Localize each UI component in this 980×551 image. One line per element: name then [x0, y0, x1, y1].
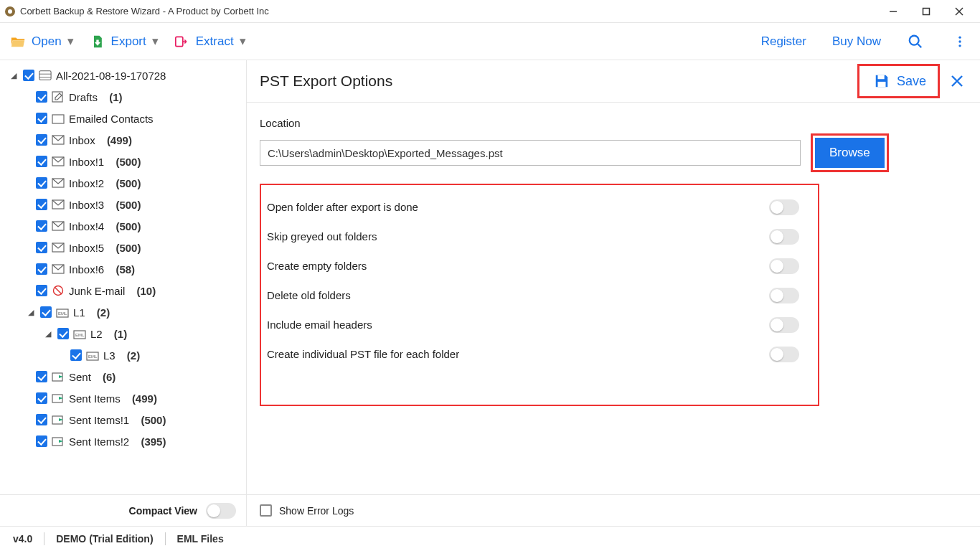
tree-node[interactable]: Inbox!6 (58): [0, 258, 246, 280]
folder-tree[interactable]: ◢ All-2021-08-19-170728 Drafts (1) Email…: [0, 60, 246, 494]
maximize-button[interactable]: [910, 0, 943, 23]
node-checkbox[interactable]: [70, 349, 82, 361]
tree-node[interactable]: Drafts (1): [0, 86, 246, 108]
buy-now-link[interactable]: Buy Now: [832, 34, 881, 49]
node-checkbox[interactable]: [36, 263, 47, 275]
envelope-icon: [52, 242, 65, 253]
node-checkbox[interactable]: [36, 220, 47, 232]
save-button[interactable]: Save: [864, 69, 936, 93]
svg-rect-12: [39, 71, 51, 80]
option-toggle[interactable]: [769, 258, 799, 274]
caret-down-icon: ▾: [67, 34, 74, 49]
caret-down-icon: ▾: [240, 34, 246, 49]
export-menu-button[interactable]: Export ▾: [90, 34, 159, 50]
node-checkbox[interactable]: [36, 156, 47, 167]
node-checkbox[interactable]: [57, 328, 69, 339]
envelope-icon: [52, 220, 65, 232]
svg-rect-3: [923, 8, 930, 14]
option-label: Open folder after export is done: [267, 201, 769, 213]
tree-node-l2[interactable]: ◢EMLL2 (1): [0, 323, 246, 344]
node-checkbox[interactable]: [36, 91, 47, 103]
show-errors-checkbox[interactable]: [260, 504, 272, 517]
register-link[interactable]: Register: [761, 34, 806, 49]
status-bar: v4.0 DEMO (Trial Edition) EML Files: [0, 526, 980, 551]
node-checkbox[interactable]: [36, 113, 47, 124]
save-label: Save: [897, 74, 926, 89]
node-count: (499): [107, 134, 132, 146]
svg-point-10: [958, 40, 961, 42]
compact-view-toggle[interactable]: [206, 503, 236, 519]
options-highlight-box: Open folder after export is done Skip gr…: [260, 184, 819, 406]
node-checkbox[interactable]: [36, 242, 47, 253]
more-menu-button[interactable]: [950, 32, 970, 52]
tree-node[interactable]: Junk E-mail (10): [0, 280, 246, 301]
node-checkbox[interactable]: [23, 70, 34, 81]
open-label: Open: [32, 34, 62, 49]
node-checkbox[interactable]: [36, 414, 47, 425]
tree-node[interactable]: Sent (6): [0, 366, 246, 387]
option-row: Create individual PST file for each fold…: [267, 339, 812, 369]
envelope-icon: [52, 177, 65, 189]
collapse-arrow-icon[interactable]: ◢: [26, 308, 36, 317]
tree-node[interactable]: Emailed Contacts: [0, 108, 246, 129]
close-button[interactable]: [943, 0, 976, 23]
node-checkbox[interactable]: [36, 134, 47, 146]
node-label: Sent: [69, 371, 91, 383]
option-toggle[interactable]: [769, 317, 799, 333]
option-row: Open folder after export is done: [267, 192, 812, 222]
node-checkbox[interactable]: [36, 371, 47, 382]
sent-icon: [52, 435, 65, 447]
node-label: Inbox!2: [69, 177, 104, 189]
minimize-button[interactable]: [877, 0, 910, 23]
sent-icon: [52, 371, 65, 382]
option-toggle[interactable]: [769, 229, 799, 245]
browse-button[interactable]: Browse: [815, 138, 885, 168]
draft-icon: [52, 91, 65, 103]
node-label: Sent Items: [69, 392, 121, 405]
search-button[interactable]: [905, 32, 925, 52]
option-toggle[interactable]: [769, 347, 799, 362]
app-icon: [4, 6, 16, 17]
node-checkbox[interactable]: [36, 199, 47, 210]
node-count: (500): [116, 156, 141, 168]
tree-node[interactable]: Inbox!4 (500): [0, 215, 246, 237]
show-errors-label: Show Error Logs: [279, 505, 354, 517]
node-checkbox[interactable]: [36, 392, 47, 404]
node-count: (1): [109, 91, 122, 103]
tree-node[interactable]: Inbox (499): [0, 129, 246, 151]
node-checkbox[interactable]: [36, 285, 47, 296]
extract-menu-button[interactable]: Extract ▾: [174, 34, 246, 50]
status-format: EML Files: [177, 533, 224, 545]
status-edition: DEMO (Trial Edition): [56, 533, 153, 545]
tree-node-l1[interactable]: ◢EMLL1 (2): [0, 301, 246, 323]
content-panel: PST Export Options Save Location Browse …: [247, 60, 980, 526]
node-label: Inbox: [69, 134, 95, 146]
tree-node[interactable]: Inbox!1 (500): [0, 151, 246, 172]
tree-node-root[interactable]: ◢ All-2021-08-19-170728: [0, 65, 246, 86]
tree-node-l3[interactable]: EMLL3 (2): [0, 344, 246, 366]
tree-node[interactable]: Inbox!2 (500): [0, 172, 246, 194]
option-toggle[interactable]: [769, 199, 799, 215]
collapse-arrow-icon[interactable]: ◢: [9, 71, 19, 80]
node-checkbox[interactable]: [36, 435, 47, 447]
open-menu-button[interactable]: Open ▾: [10, 34, 74, 50]
node-checkbox[interactable]: [36, 177, 47, 189]
tree-node[interactable]: Sent Items!1 (500): [0, 409, 246, 430]
tree-node[interactable]: Inbox!3 (500): [0, 194, 246, 215]
option-label: Skip greyed out folders: [267, 230, 769, 242]
browse-highlight-box: Browse: [811, 133, 889, 172]
compact-view-label: Compact View: [129, 505, 197, 517]
tree-node[interactable]: Sent Items!2 (395): [0, 430, 246, 452]
option-toggle[interactable]: [769, 288, 799, 303]
close-panel-button[interactable]: [947, 71, 967, 91]
titlebar: Corbett Backup & Restore Wizard - A Prod…: [0, 0, 980, 23]
save-icon: [874, 73, 890, 89]
svg-point-7: [910, 35, 919, 44]
option-label: Create individual PST file for each fold…: [267, 348, 769, 360]
panel-body: Location Browse Open folder after export…: [247, 103, 980, 494]
location-input[interactable]: [260, 140, 801, 166]
collapse-arrow-icon[interactable]: ◢: [43, 329, 53, 339]
node-checkbox[interactable]: [40, 306, 52, 318]
tree-node[interactable]: Inbox!5 (500): [0, 237, 246, 258]
compact-view-bar: Compact View: [0, 494, 246, 526]
